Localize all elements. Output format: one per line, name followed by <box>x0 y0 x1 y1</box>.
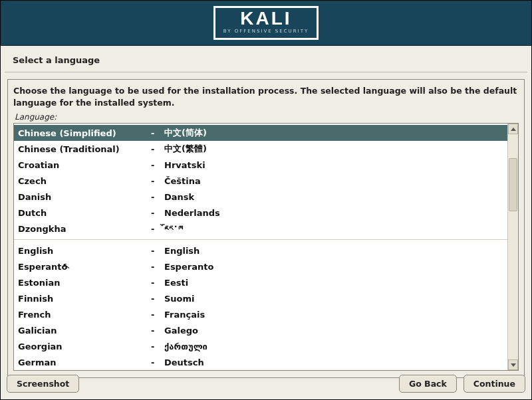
language-name: Czech <box>18 176 151 186</box>
language-option[interactable]: German-Deutsch <box>14 354 507 370</box>
language-native: English <box>164 246 503 256</box>
language-native: ქართული <box>164 342 503 351</box>
scroll-thumb[interactable] <box>509 158 517 211</box>
language-native: Čeština <box>164 176 503 186</box>
language-native: Galego <box>164 326 503 336</box>
scrollbar[interactable] <box>507 124 518 370</box>
content-frame: Choose the language to be used for the i… <box>7 79 525 378</box>
language-native: Esperanto <box>164 262 503 272</box>
arrow-down-icon <box>511 363 516 367</box>
kali-logo: KALI BY OFFENSIVE SECURITY <box>213 6 319 40</box>
language-option[interactable]: Danish-Dansk <box>14 189 507 205</box>
language-name: Galician <box>18 326 151 336</box>
language-name: Dutch <box>18 208 151 218</box>
logo-subtitle: BY OFFENSIVE SECURITY <box>223 29 309 34</box>
dash: - <box>151 224 164 234</box>
dash: - <box>151 310 164 320</box>
dash: - <box>151 144 164 154</box>
go-back-button[interactable]: Go Back <box>399 375 457 393</box>
language-option[interactable]: Galician-Galego <box>14 322 507 338</box>
language-option[interactable]: Esperanto-Esperanto <box>14 258 507 274</box>
language-name: Esperanto <box>18 262 151 272</box>
language-name: Dzongkha <box>18 224 151 234</box>
logo-text: KALI <box>223 9 309 28</box>
language-name: French <box>18 310 151 320</box>
language-native: 中文(简体) <box>164 127 503 139</box>
dash: - <box>151 128 164 138</box>
group-divider <box>14 239 507 240</box>
dash: - <box>151 192 164 202</box>
dash: - <box>151 294 164 304</box>
dash: - <box>151 176 164 186</box>
language-option[interactable]: Czech-Čeština <box>14 173 507 189</box>
dash: - <box>151 208 164 218</box>
language-native: Hrvatski <box>164 160 503 170</box>
field-label: Language: <box>13 112 519 122</box>
language-name: English <box>18 246 151 256</box>
language-native: Suomi <box>164 294 503 304</box>
language-native: Nederlands <box>164 208 503 218</box>
header: KALI BY OFFENSIVE SECURITY <box>1 1 531 46</box>
language-name: German <box>18 357 151 367</box>
language-native: 中文(繁體) <box>164 143 503 155</box>
language-option[interactable]: Dzongkha-ཇོང་ཁ <box>14 221 507 237</box>
language-option[interactable]: Croatian-Hrvatski <box>14 157 507 173</box>
language-native: ཇོང་ཁ <box>164 224 503 234</box>
page-title: Select a language <box>13 55 519 65</box>
language-name: Danish <box>18 192 151 202</box>
language-option[interactable]: Chinese (Simplified)-中文(简体) <box>14 125 507 141</box>
continue-button[interactable]: Continue <box>464 375 525 393</box>
language-name: Chinese (Simplified) <box>18 128 151 138</box>
language-option[interactable]: Chinese (Traditional)-中文(繁體) <box>14 141 507 157</box>
language-option[interactable]: English-English <box>14 243 507 258</box>
language-name: Georgian <box>18 342 151 351</box>
language-name: Croatian <box>18 160 151 170</box>
language-native: Deutsch <box>164 357 503 367</box>
scroll-down-button[interactable] <box>508 359 518 370</box>
language-name: Estonian <box>18 278 151 288</box>
dash: - <box>151 342 164 351</box>
scroll-track[interactable] <box>508 134 518 359</box>
language-option[interactable]: French-Français <box>14 306 507 322</box>
dash: - <box>151 278 164 288</box>
language-list-container: Chinese (Simplified)-中文(简体)Chinese (Trad… <box>13 123 519 371</box>
language-option[interactable]: Estonian-Eesti <box>14 274 507 290</box>
dash: - <box>151 326 164 336</box>
language-native: Eesti <box>164 278 503 288</box>
dash: - <box>151 357 164 367</box>
screenshot-button[interactable]: Screenshot <box>7 375 79 393</box>
footer: Screenshot Go Back Continue <box>0 369 532 398</box>
language-name: Chinese (Traditional) <box>18 144 151 154</box>
dash: - <box>151 160 164 170</box>
arrow-up-icon <box>511 128 516 131</box>
language-native: Français <box>164 310 503 320</box>
language-native: Dansk <box>164 192 503 202</box>
language-option[interactable]: Finnish-Suomi <box>14 290 507 306</box>
language-option[interactable]: Georgian-ქართული <box>14 338 507 354</box>
language-option[interactable]: Dutch-Nederlands <box>14 205 507 221</box>
scroll-up-button[interactable] <box>508 124 518 134</box>
language-list[interactable]: Chinese (Simplified)-中文(简体)Chinese (Trad… <box>14 125 507 370</box>
dash: - <box>151 262 164 272</box>
instruction-text: Choose the language to be used for the i… <box>13 85 519 108</box>
language-name: Finnish <box>18 294 151 304</box>
dash: - <box>151 246 164 256</box>
